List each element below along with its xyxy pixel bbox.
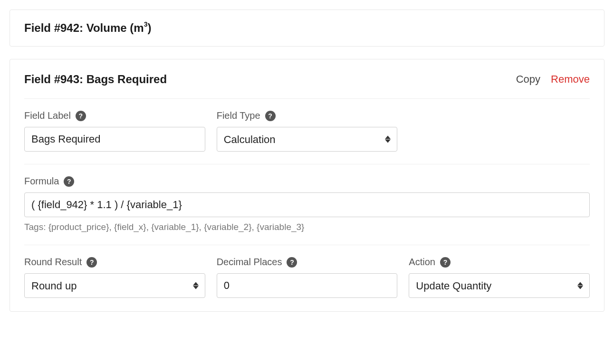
divider <box>24 164 590 164</box>
help-icon[interactable] <box>287 257 297 268</box>
field-942-card[interactable]: Field #942: Volume (m3) <box>10 10 604 47</box>
action-group: Action Update Quantity <box>409 257 590 298</box>
field-943-header: Field #943: Bags Required Copy Remove <box>24 73 590 86</box>
field-type-group: Field Type Calculation <box>217 110 398 152</box>
round-result-select[interactable]: Round up <box>24 273 205 298</box>
formula-label: Formula <box>24 176 59 187</box>
formula-label-row: Formula <box>24 176 590 187</box>
decimal-places-input[interactable] <box>217 273 398 298</box>
field-type-label-row: Field Type <box>217 110 398 121</box>
copy-button[interactable]: Copy <box>516 73 540 86</box>
decimal-places-label: Decimal Places <box>217 257 282 268</box>
field-type-select-wrap: Calculation <box>217 127 398 152</box>
field-942-title-suffix: ) <box>147 21 151 34</box>
round-result-label: Round Result <box>24 257 82 268</box>
field-943-actions: Copy Remove <box>516 73 590 86</box>
field-942-title: Field #942: Volume (m3) <box>24 21 590 35</box>
field-type-select[interactable]: Calculation <box>217 127 398 152</box>
remove-button[interactable]: Remove <box>551 73 590 86</box>
round-result-group: Round Result Round up <box>24 257 205 298</box>
field-942-title-prefix: Field #942: Volume (m <box>24 21 144 34</box>
field-label-input[interactable] <box>24 127 205 152</box>
action-label: Action <box>409 257 435 268</box>
decimal-places-group: Decimal Places <box>217 257 398 298</box>
help-icon[interactable] <box>440 257 451 268</box>
help-icon[interactable] <box>64 176 74 187</box>
formula-group: Formula Tags: {product_price}, {field_x}… <box>24 176 590 232</box>
action-select-wrap: Update Quantity <box>409 273 590 298</box>
divider <box>24 98 590 99</box>
field-label-group: Field Label <box>24 110 205 152</box>
decimal-places-label-row: Decimal Places <box>217 257 398 268</box>
row-label-type: Field Label Field Type Calculation <box>24 110 590 152</box>
help-icon[interactable] <box>76 111 86 121</box>
field-type-label: Field Type <box>217 110 260 121</box>
round-result-select-wrap: Round up <box>24 273 205 298</box>
action-label-row: Action <box>409 257 590 268</box>
divider <box>24 245 590 245</box>
formula-hint: Tags: {product_price}, {field_x}, {varia… <box>24 222 590 232</box>
action-select[interactable]: Update Quantity <box>409 273 590 298</box>
field-label-label-row: Field Label <box>24 110 205 121</box>
round-result-label-row: Round Result <box>24 257 205 268</box>
field-943-card: Field #943: Bags Required Copy Remove Fi… <box>10 59 604 312</box>
row-round-decimal-action: Round Result Round up Decimal Places Act… <box>24 257 590 298</box>
field-942-title-sup: 3 <box>144 20 148 28</box>
help-icon[interactable] <box>265 111 276 121</box>
row-formula: Formula Tags: {product_price}, {field_x}… <box>24 176 590 232</box>
help-icon[interactable] <box>86 257 97 268</box>
field-label-label: Field Label <box>24 110 71 121</box>
field-943-title: Field #943: Bags Required <box>24 73 167 86</box>
formula-input[interactable] <box>24 192 590 217</box>
